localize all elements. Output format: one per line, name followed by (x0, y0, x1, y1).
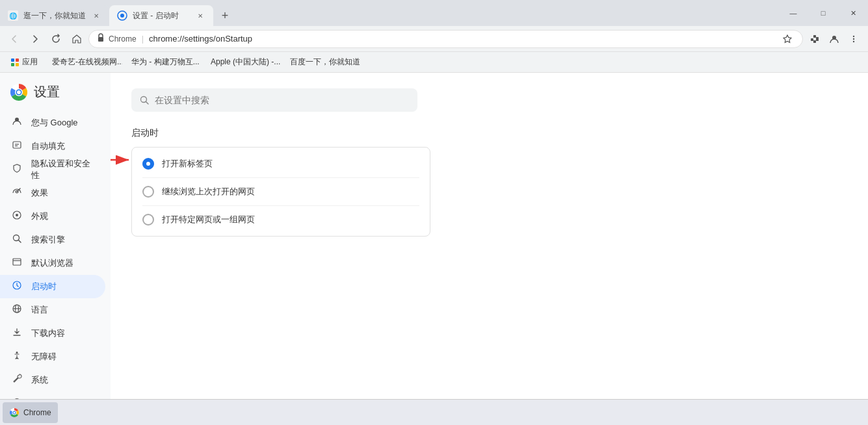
minimize-button[interactable]: — (778, 3, 808, 23)
search-input[interactable] (155, 95, 410, 105)
new-tab-button[interactable]: + (216, 6, 234, 25)
bookmark-baidu-label: 百度一下，你就知道 (290, 57, 360, 68)
svg-point-56 (14, 411, 16, 413)
sidebar-item-performance[interactable]: 效果 (0, 181, 105, 205)
magnifier-icon (10, 233, 23, 246)
sidebar-item-startup-label: 启动时 (31, 281, 57, 292)
performance-icon (10, 187, 23, 200)
svg-rect-6 (816, 37, 819, 41)
option-label-2: 继续浏览上次打开的网页 (162, 186, 255, 198)
svg-rect-13 (11, 58, 14, 62)
sidebar-item-google[interactable]: 您与 Google (0, 111, 105, 135)
profile-button[interactable] (825, 30, 843, 48)
taskbar-chrome-icon (9, 407, 20, 418)
address-prefix: Chrome (109, 34, 137, 44)
svg-point-10 (853, 35, 854, 36)
options-card: 打开新标签页 继续浏览上次打开的网页 打开特定网页或一组网页 (131, 147, 430, 237)
taskbar-chrome-item[interactable]: Chrome (3, 402, 58, 423)
refresh-button[interactable] (47, 30, 65, 48)
extensions-button[interactable] (806, 30, 824, 48)
chrome-logo-icon (10, 84, 27, 101)
main-layout: 设置 您与 Google 自动填充 隐私设置和安全性 效果 (0, 73, 868, 425)
option-row-2[interactable]: 继续浏览上次打开的网页 (132, 178, 430, 205)
sidebar: 设置 您与 Google 自动填充 隐私设置和安全性 效果 (0, 73, 111, 425)
tab-1[interactable]: 🌐 逛一下，你就知道 ✕ (0, 5, 109, 26)
svg-rect-29 (13, 142, 21, 148)
sidebar-item-downloads[interactable]: 下载内容 (0, 322, 105, 345)
svg-rect-37 (13, 259, 21, 265)
sidebar-item-language-label: 语言 (31, 304, 48, 316)
address-separator: | (142, 34, 144, 44)
browser-icon (10, 257, 23, 270)
sidebar-item-appearance-label: 外观 (31, 211, 48, 222)
option-row-3[interactable]: 打开特定网页或一组网页 (132, 206, 430, 233)
svg-line-50 (146, 102, 149, 105)
restore-button[interactable]: □ (808, 3, 838, 23)
sidebar-logo-text: 设置 (34, 83, 60, 101)
tab-favicon-2 (117, 10, 127, 21)
bookmark-apple-label: Apple (中国大陆) -... (211, 57, 280, 68)
person-icon (10, 116, 23, 129)
sidebar-item-privacy-label: 隐私设置和安全性 (31, 158, 95, 181)
svg-point-44 (16, 352, 18, 354)
tab-title-2: 设置 - 启动时 (133, 10, 190, 21)
bookmarks-apps-item[interactable]: 应用 (5, 55, 43, 70)
address-text: chrome://settings/onStartup (149, 34, 776, 44)
tab-title-1: 逛一下，你就知道 (23, 10, 86, 21)
bookmarks-bar: 应用 爱 爱奇艺-在线视频网... 华 华为 - 构建万物互... Apple … (0, 52, 868, 73)
bookmarks-apps-label: 应用 (22, 57, 38, 68)
option-label-1: 打开新标签页 (162, 158, 213, 170)
bookmark-baidu[interactable]: 百 百度一下，你就知道 (282, 55, 360, 70)
tab-favicon-1: 🌐 (8, 10, 18, 21)
sidebar-item-autofill-label: 自动填充 (31, 140, 65, 152)
sidebar-item-appearance[interactable]: 外观 (0, 205, 105, 228)
sidebar-logo: 设置 (0, 78, 111, 111)
sidebar-item-startup[interactable]: 启动时 (0, 275, 105, 298)
shield-icon (10, 163, 23, 176)
titlebar: 🌐 逛一下，你就知道 ✕ 设置 - 启动时 ✕ + — □ ✕ (0, 0, 868, 26)
radio-option-1[interactable] (142, 158, 154, 170)
search-icon (139, 95, 150, 105)
sidebar-item-language[interactable]: 语言 (0, 298, 105, 322)
bookmark-star-icon[interactable] (780, 32, 795, 46)
sidebar-item-autofill[interactable]: 自动填充 (0, 135, 105, 158)
tab-2[interactable]: 设置 - 启动时 ✕ (109, 5, 213, 26)
svg-rect-15 (11, 63, 14, 66)
language-icon (10, 303, 23, 316)
svg-text:🌐: 🌐 (9, 12, 18, 20)
nav-right (806, 30, 863, 48)
tab-close-2[interactable]: ✕ (195, 10, 205, 21)
svg-rect-16 (16, 63, 19, 66)
sidebar-item-browser-label: 默认浏览器 (31, 257, 73, 269)
menu-button[interactable] (845, 30, 863, 48)
arrow-indicator (111, 150, 138, 170)
close-button[interactable]: ✕ (838, 3, 868, 23)
tab-close-1[interactable]: ✕ (91, 10, 101, 21)
svg-rect-8 (813, 40, 816, 43)
bookmark-huawei[interactable]: 华 华为 - 构建万物互... (124, 55, 202, 70)
back-button[interactable] (5, 30, 23, 48)
navbar: Chrome | chrome://settings/onStartup (0, 26, 868, 52)
sidebar-item-accessibility-label: 无障碍 (31, 351, 57, 363)
sidebar-item-accessibility[interactable]: 无障碍 (0, 345, 105, 368)
home-button[interactable] (68, 30, 86, 48)
bookmark-apple[interactable]: Apple (中国大陆) -... (203, 55, 281, 70)
svg-rect-4 (98, 37, 103, 42)
svg-point-12 (853, 40, 854, 42)
radio-option-2[interactable] (142, 186, 154, 198)
sidebar-item-privacy[interactable]: 隐私设置和安全性 (0, 158, 105, 181)
radio-option-3[interactable] (142, 214, 154, 225)
sidebar-item-system[interactable]: 系统 (0, 368, 105, 392)
option-label-3: 打开特定网页或一组网页 (162, 214, 255, 225)
sidebar-item-browser[interactable]: 默认浏览器 (0, 251, 105, 275)
option-row-1[interactable]: 打开新标签页 (132, 150, 430, 177)
search-box[interactable] (131, 88, 417, 112)
svg-point-3 (120, 14, 124, 18)
forward-button[interactable] (26, 30, 44, 48)
address-lock-icon (97, 33, 105, 44)
titlebar-actions: — □ ✕ (778, 0, 868, 26)
address-bar[interactable]: Chrome | chrome://settings/onStartup (88, 30, 803, 48)
sidebar-item-search[interactable]: 搜索引擎 (0, 228, 105, 251)
sidebar-item-performance-label: 效果 (31, 187, 48, 199)
bookmark-iqiyi[interactable]: 爱 爱奇艺-在线视频网... (44, 55, 122, 70)
